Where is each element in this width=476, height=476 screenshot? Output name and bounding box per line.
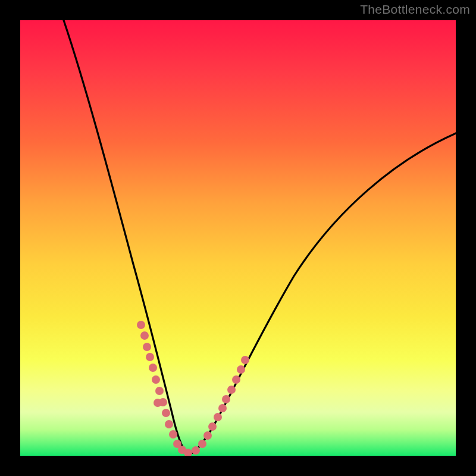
- svg-point-3: [146, 353, 154, 361]
- svg-point-25: [241, 356, 249, 364]
- svg-point-8: [159, 398, 167, 406]
- svg-point-22: [227, 386, 236, 394]
- svg-point-16: [198, 440, 206, 448]
- dot-cluster-right: [192, 356, 249, 455]
- svg-point-4: [149, 364, 157, 372]
- watermark-text: TheBottleneck.com: [360, 2, 470, 17]
- dot-cluster-left: [137, 321, 192, 456]
- plot-area: [20, 20, 456, 456]
- svg-point-0: [137, 321, 145, 329]
- svg-point-18: [208, 422, 217, 431]
- svg-point-2: [143, 343, 151, 351]
- svg-point-5: [152, 375, 160, 384]
- svg-point-24: [237, 365, 245, 374]
- svg-point-9: [162, 409, 170, 417]
- svg-point-21: [222, 395, 230, 403]
- svg-point-6: [155, 387, 164, 395]
- svg-point-19: [214, 413, 222, 421]
- svg-point-1: [140, 331, 149, 340]
- chart-stage: TheBottleneck.com: [0, 0, 476, 476]
- bottleneck-curve: [64, 20, 456, 454]
- svg-point-10: [165, 420, 173, 428]
- chart-overlay: [20, 20, 456, 456]
- svg-point-23: [232, 375, 240, 384]
- svg-point-15: [192, 446, 200, 455]
- svg-point-20: [218, 404, 227, 412]
- svg-point-11: [169, 430, 177, 439]
- svg-point-17: [203, 431, 212, 440]
